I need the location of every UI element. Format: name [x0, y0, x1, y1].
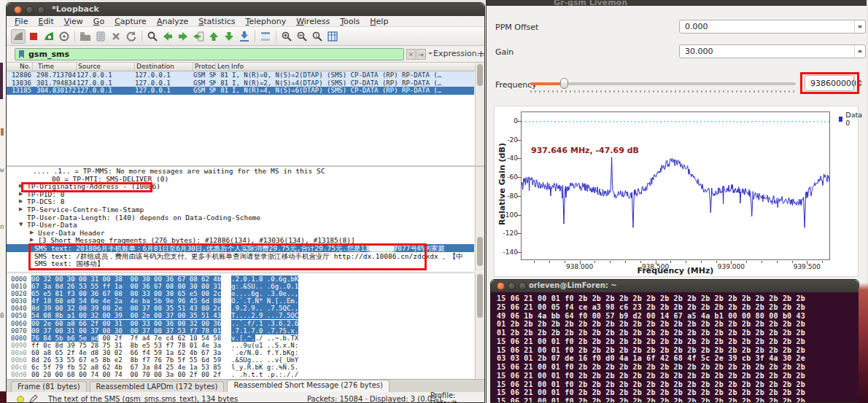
- detail-row[interactable]: .... .1.. = TP-MMS: No more messages are…: [7, 167, 474, 175]
- terminal-minimize-button[interactable]: [508, 282, 516, 290]
- details-scrollbar[interactable]: [475, 167, 484, 271]
- display-filter-input[interactable]: gsm_sms: [15, 48, 404, 60]
- hex-row[interactable]: 006000 2e 60 a8 66 2f 00 31 00 33 00 36 …: [7, 320, 474, 327]
- status-profile[interactable]: Profile: Default: [430, 391, 484, 403]
- filter-history-dropdown[interactable]: [428, 52, 433, 57]
- hex-row[interactable]: 00408d 39 00 32 00 39 00 2e 00 37 00 35 …: [7, 305, 474, 312]
- hex-row[interactable]: 002065 e5 81 f3 00 36 67 08 00 33 00 30 …: [7, 290, 474, 297]
- column-header-len[interactable]: Length: [216, 63, 230, 71]
- zoom-in-icon[interactable]: [279, 29, 294, 44]
- colorize-icon[interactable]: [258, 29, 273, 44]
- frequency-slider[interactable]: [530, 82, 796, 85]
- wireshark-titlebar[interactable]: *Loopback: [7, 3, 484, 16]
- goto-packet-icon[interactable]: [191, 29, 206, 44]
- expand-arrow-icon[interactable]: ▶: [30, 230, 34, 235]
- hex-dump-pane[interactable]: 000000 32 00 30 00 31 00 38 00 30 00 36 …: [7, 273, 474, 379]
- capture-restart-icon[interactable]: [42, 29, 56, 44]
- byte-view-tab[interactable]: Reassembled LAPDm (172 bytes): [90, 381, 225, 392]
- detail-row[interactable]: ▼TP-User-Data: [7, 221, 474, 229]
- column-header-no[interactable]: No.: [7, 63, 33, 71]
- filter-add-button[interactable]: +: [477, 48, 485, 59]
- hex-row[interactable]: 005054 08 8b a1 00 32 00 39 00 2e 00 37 …: [7, 312, 474, 319]
- capture-stop-icon[interactable]: [26, 29, 41, 44]
- minimize-button[interactable]: [26, 6, 34, 14]
- maximize-button[interactable]: [37, 6, 45, 14]
- detail-row[interactable]: ▶User-Data Header: [7, 229, 474, 237]
- menu-go[interactable]: Go: [88, 17, 109, 26]
- menu-analyze[interactable]: Analyze: [152, 17, 193, 26]
- collapse-arrow-icon[interactable]: ▼: [19, 222, 23, 227]
- detail-row[interactable]: SMS text: /群组成员，费用由该号码为您支付。更多手机账单查询请登录浙江…: [7, 252, 474, 260]
- hex-row[interactable]: 00d000 20 00 68 00 74 00 74 00 70 00 3a …: [7, 371, 474, 378]
- hex-row[interactable]: 007000 37 00 31 00 37 00 30 00 37 00 37 …: [7, 327, 474, 334]
- gain-spinbox[interactable]: 30.000: [679, 44, 866, 58]
- column-header-time[interactable]: Time: [36, 63, 77, 71]
- frequency-spinbox[interactable]: 938600000: [805, 75, 854, 91]
- byte-view-tab[interactable]: Reassembled Short Message (276 bytes): [227, 380, 390, 392]
- find-icon[interactable]: [145, 29, 160, 44]
- first-packet-icon[interactable]: [206, 29, 221, 44]
- capture-start-icon[interactable]: [11, 29, 26, 44]
- reload-icon[interactable]: [124, 29, 139, 44]
- expand-arrow-icon[interactable]: ▶: [19, 206, 23, 212]
- grgsm-titlebar[interactable]: Gr-gsm Livemon: [487, 0, 867, 6]
- hex-scrollbar[interactable]: [475, 273, 484, 379]
- column-header-proto[interactable]: Protocol: [193, 63, 216, 71]
- detail-row[interactable]: TP-User-Data-Length: (140) depends on Da…: [7, 214, 474, 222]
- terminal-titlebar[interactable]: orleven@LimForen: ~: [491, 280, 859, 292]
- menu-telephony[interactable]: Telephony: [241, 17, 292, 26]
- detail-row[interactable]: SMS text: 201806月手机账单：6月01日至6月30日,优惠后个人实…: [7, 244, 474, 252]
- close-button[interactable]: [14, 6, 22, 14]
- packet-row[interactable]: 13185304.830172728127.0.0.1127.0.0.1GSM …: [7, 87, 474, 95]
- byte-view-tab[interactable]: Frame (81 bytes): [11, 381, 87, 392]
- frequency-spin-arrows[interactable]: [854, 75, 864, 91]
- back-icon[interactable]: [160, 29, 175, 44]
- packet-row[interactable]: 13036301.794834538127.0.0.1127.0.0.1GSM …: [7, 79, 474, 87]
- packet-list-scrollbar[interactable]: [475, 63, 484, 165]
- menu-tools[interactable]: Tools: [335, 17, 365, 26]
- detail-row[interactable]: ▶[3 Short Message fragments (276 bytes):…: [7, 236, 474, 244]
- zoom-out-icon[interactable]: [295, 29, 309, 44]
- frequency-slider-thumb[interactable]: [560, 78, 568, 89]
- plot-frame[interactable]: [521, 111, 830, 260]
- filter-apply-button[interactable]: ➜: [416, 49, 426, 60]
- detail-row[interactable]: 00 = TP-MTI: SMS-DELIVER (0): [7, 175, 474, 183]
- detail-row[interactable]: ▶TP-DCS: 8: [7, 197, 474, 206]
- terminal-close-button[interactable]: [497, 282, 505, 290]
- detail-row[interactable]: ▶TP-Service-Centre-Time-Stamp: [7, 206, 474, 214]
- menu-statistics[interactable]: Statistics: [193, 17, 240, 26]
- close-file-icon[interactable]: [109, 29, 123, 44]
- menu-view[interactable]: View: [59, 17, 88, 26]
- expand-arrow-icon[interactable]: ▶: [19, 198, 23, 204]
- hex-row[interactable]: 001067 3a 8d 26 53 55 ff 1a 00 36 67 08 …: [7, 283, 474, 290]
- column-header-dst[interactable]: Destination: [135, 63, 193, 71]
- terminal-output[interactable]: 15 06 21 00 01 f0 2b 2b 2b 2b 2b 2b 2b 2…: [491, 292, 859, 402]
- zoom-reset-icon[interactable]: 1: [310, 29, 325, 44]
- detail-row[interactable]: SMS text: 国移动】: [7, 259, 474, 267]
- detail-row[interactable]: ▶TP-Originating-Address - (10086): [7, 182, 474, 190]
- detail-row[interactable]: ▶TP-PID: 0: [7, 190, 474, 198]
- menu-file[interactable]: File: [9, 17, 33, 26]
- terminal-maximize-button[interactable]: [519, 282, 527, 290]
- hex-row[interactable]: 00a060 a8 65 2f 4e d8 30 02 66 f4 59 1a …: [7, 349, 474, 356]
- expert-info-icon[interactable]: [17, 396, 24, 403]
- hex-row[interactable]: 00304f 18 60 e0 54 0e 4e 2a 4e ba 5b 9e …: [7, 297, 474, 305]
- hex-row[interactable]: 0090ff 0c 8d 39 75 28 75 31 8b e5 53 f7 …: [7, 342, 474, 349]
- hex-row[interactable]: 00b08d 26 53 55 67 e5 8b e2 8b f7 76 7b …: [7, 356, 474, 364]
- ppm-offset-spinbox[interactable]: 0.000: [679, 20, 866, 34]
- menu-wireless[interactable]: Wireless: [291, 17, 335, 26]
- menu-capture[interactable]: Capture: [109, 17, 152, 26]
- column-header-info[interactable]: Info: [230, 63, 484, 71]
- open-file-icon[interactable]: [78, 29, 93, 44]
- forward-icon[interactable]: [176, 29, 190, 44]
- ppm-offset-spin-arrows[interactable]: [854, 20, 865, 33]
- menu-edit[interactable]: Edit: [33, 17, 58, 26]
- hex-row[interactable]: 000000 32 00 30 00 31 00 38 00 30 00 36 …: [7, 275, 474, 283]
- packet-row[interactable]: 12886298.713704133127.0.0.1127.0.0.1GSM …: [7, 71, 474, 79]
- save-file-icon[interactable]: [93, 29, 108, 44]
- gain-spin-arrows[interactable]: [854, 45, 865, 58]
- column-header-src[interactable]: Source: [77, 63, 135, 71]
- expand-arrow-icon[interactable]: ▶: [19, 183, 23, 189]
- filter-clear-button[interactable]: ✕: [406, 49, 416, 60]
- autoscroll-icon[interactable]: [237, 29, 252, 44]
